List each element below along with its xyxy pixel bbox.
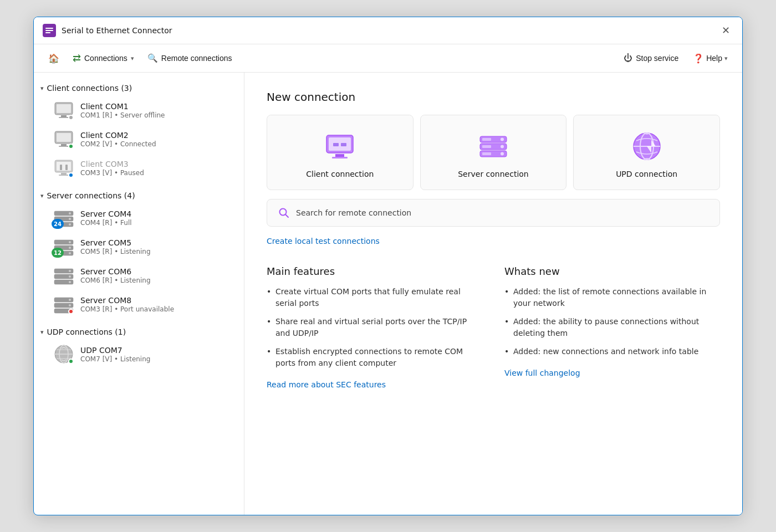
svg-rect-1 bbox=[45, 30, 53, 31]
client-com3-detail: COM3 [V] • Paused bbox=[80, 169, 235, 177]
server-com4-detail: COM4 [R] • Full bbox=[80, 219, 235, 227]
client-connections-label: Client connections (3) bbox=[47, 84, 132, 93]
server-com6-info: Server COM6 COM6 [R] • Listening bbox=[80, 267, 235, 284]
server-com8-status-dot bbox=[68, 309, 74, 314]
server-connections-section[interactable]: ▾ Server connections (4) bbox=[34, 187, 244, 203]
whats-new-item: Added: the ability to pause connections … bbox=[504, 316, 720, 339]
features-row: Main features Create virtual COM ports t… bbox=[267, 265, 720, 390]
remote-connections-button[interactable]: 🔍 Remote connections bbox=[142, 50, 238, 66]
server-connection-card[interactable]: Server connection bbox=[420, 115, 567, 190]
connection-cards: Client connection bbox=[267, 115, 720, 190]
client-connections-section[interactable]: ▾ Client connections (3) bbox=[34, 79, 244, 96]
title-bar: Serial to Ethernet Connector ✕ bbox=[34, 17, 742, 44]
client-com2-name: Client COM2 bbox=[80, 131, 235, 140]
create-local-link[interactable]: Create local test connections bbox=[267, 237, 380, 245]
search-icon bbox=[278, 207, 289, 218]
list-item[interactable]: Client COM2 COM2 [V] • Connected bbox=[34, 125, 244, 154]
server-connections-label: Server connections (4) bbox=[47, 191, 135, 200]
svg-rect-15 bbox=[60, 165, 62, 170]
connections-button[interactable]: ⇄ Connections ▾ bbox=[67, 49, 140, 68]
server-com4-name: Server COM4 bbox=[80, 209, 235, 218]
status-paused-dot bbox=[68, 172, 74, 178]
svg-point-34 bbox=[69, 281, 71, 283]
server-com6-icon-wrap bbox=[54, 265, 74, 285]
server-com6-name: Server COM6 bbox=[80, 267, 235, 276]
udp-connection-label: UPD connection bbox=[616, 170, 677, 178]
svg-rect-13 bbox=[61, 173, 67, 175]
connections-chevron-icon: ▾ bbox=[131, 55, 134, 62]
svg-rect-14 bbox=[59, 175, 69, 176]
server-com4-badge: 24 bbox=[52, 219, 64, 229]
list-item[interactable]: 24 Server COM4 COM4 [R] • Full bbox=[34, 203, 244, 232]
main-content: New connection Cli bbox=[244, 73, 742, 515]
server-connection-label: Server connection bbox=[458, 170, 529, 178]
new-connection-title: New connection bbox=[267, 90, 720, 104]
home-button[interactable]: 🏠 bbox=[43, 50, 65, 67]
svg-rect-2 bbox=[45, 32, 50, 33]
server-com5-badge: 12 bbox=[52, 248, 64, 258]
main-features-list: Create virtual COM ports that fully emul… bbox=[267, 286, 482, 369]
svg-rect-6 bbox=[59, 117, 69, 118]
power-icon: ⏻ bbox=[624, 53, 632, 63]
close-button[interactable]: ✕ bbox=[718, 23, 733, 38]
svg-rect-12 bbox=[57, 162, 71, 171]
help-button[interactable]: ❓ Help ▾ bbox=[687, 50, 733, 67]
whats-new-title: Whats new bbox=[504, 265, 720, 277]
toolbar-right: ⏻ Stop service ❓ Help ▾ bbox=[617, 50, 733, 67]
svg-rect-9 bbox=[61, 144, 67, 146]
server-connection-icon bbox=[478, 131, 509, 162]
sidebar: ▾ Client connections (3) Client COM1 C bbox=[34, 73, 244, 515]
client-com1-info: Client COM1 COM1 [R] • Server offline bbox=[80, 102, 235, 119]
svg-point-24 bbox=[69, 241, 71, 243]
status-connected-dot bbox=[68, 144, 74, 149]
client-connection-card[interactable]: Client connection bbox=[267, 115, 413, 190]
svg-rect-60 bbox=[482, 152, 491, 155]
search-remote-bar[interactable]: Search for remote connection bbox=[267, 199, 720, 227]
udp-com7-status-dot bbox=[68, 359, 74, 364]
read-more-link[interactable]: Read more about SEC features bbox=[267, 380, 386, 389]
svg-point-59 bbox=[501, 152, 504, 156]
server-com4-info: Server COM4 COM4 [R] • Full bbox=[80, 209, 235, 227]
udp-connections-section[interactable]: ▾ UDP connections (1) bbox=[34, 323, 244, 340]
svg-point-32 bbox=[69, 275, 71, 278]
help-label: Help bbox=[706, 54, 722, 63]
udp-connection-card[interactable]: UPD connection bbox=[573, 115, 720, 190]
svg-rect-0 bbox=[45, 28, 53, 29]
home-icon: 🏠 bbox=[48, 53, 59, 64]
whats-new-item: Added: the list of remote connections av… bbox=[504, 286, 720, 309]
svg-rect-16 bbox=[65, 165, 68, 170]
server-com8-info: Server COM8 COM3 [R] • Port unavailable bbox=[80, 296, 235, 313]
svg-point-20 bbox=[69, 218, 71, 220]
svg-rect-10 bbox=[59, 146, 69, 147]
main-window: Serial to Ethernet Connector ✕ 🏠 ⇄ Conne… bbox=[33, 17, 743, 515]
svg-rect-48 bbox=[335, 154, 344, 157]
main-layout: ▾ Client connections (3) Client COM1 C bbox=[34, 73, 742, 515]
list-item[interactable]: 12 Server COM5 COM5 [R] • Listening bbox=[34, 232, 244, 261]
svg-rect-51 bbox=[341, 143, 346, 146]
whats-new-list: Added: the list of remote connections av… bbox=[504, 286, 720, 357]
search-icon: 🔍 bbox=[147, 53, 158, 63]
svg-point-38 bbox=[69, 304, 71, 306]
list-item[interactable]: Server COM8 COM3 [R] • Port unavailable bbox=[34, 290, 244, 319]
udp-com7-icon-wrap bbox=[54, 344, 74, 364]
server-com6-detail: COM6 [R] • Listening bbox=[80, 277, 235, 284]
server-com5-detail: COM5 [R] • Listening bbox=[80, 248, 235, 255]
search-placeholder: Search for remote connection bbox=[296, 208, 411, 217]
help-icon: ❓ bbox=[693, 53, 704, 64]
udp-com7-name: UDP COM7 bbox=[80, 346, 235, 355]
list-item[interactable]: Server COM6 COM6 [R] • Listening bbox=[34, 261, 244, 290]
svg-rect-54 bbox=[482, 138, 491, 141]
feature-item: Create virtual COM ports that fully emul… bbox=[267, 286, 482, 309]
stop-service-button[interactable]: ⏻ Stop service bbox=[617, 50, 685, 66]
svg-rect-5 bbox=[61, 115, 67, 117]
list-item[interactable]: Client COM3 COM3 [V] • Paused bbox=[34, 154, 244, 182]
whats-new-section: Whats new Added: the list of remote conn… bbox=[504, 265, 720, 390]
connections-label: Connections bbox=[84, 54, 127, 63]
view-changelog-link[interactable]: View full changelog bbox=[504, 369, 580, 377]
list-item[interactable]: UDP COM7 COM7 [V] • Listening bbox=[34, 340, 244, 369]
feature-item: Establish encrypted connections to remot… bbox=[267, 346, 482, 369]
list-item[interactable]: Client COM1 COM1 [R] • Server offline bbox=[34, 96, 244, 125]
whats-new-item: Added: new connections and network info … bbox=[504, 346, 720, 357]
client-com3-info: Client COM3 COM3 [V] • Paused bbox=[80, 160, 235, 177]
app-icon bbox=[43, 24, 56, 37]
